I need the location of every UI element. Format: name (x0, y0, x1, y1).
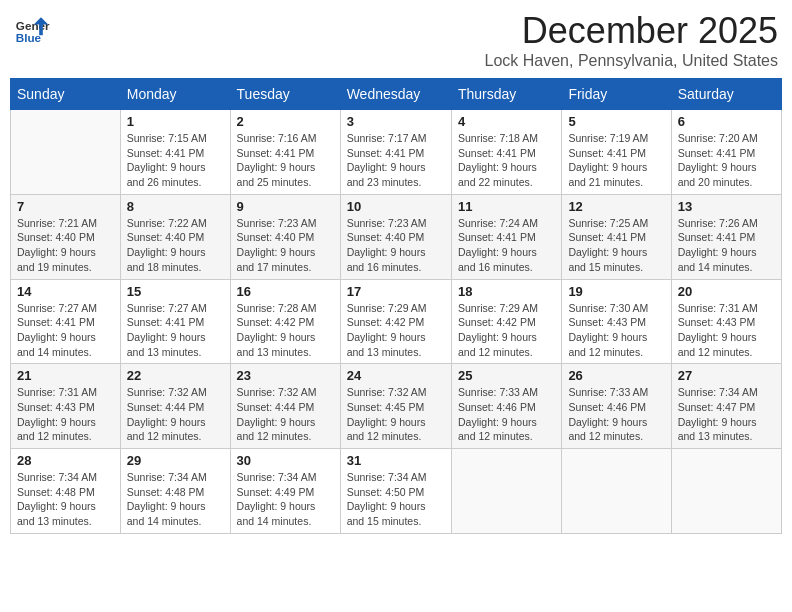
col-tuesday: Tuesday (230, 79, 340, 110)
cell-info: Sunrise: 7:22 AM Sunset: 4:40 PM Dayligh… (127, 216, 224, 275)
col-sunday: Sunday (11, 79, 121, 110)
cell-date: 27 (678, 368, 775, 383)
cell-info: Sunrise: 7:16 AM Sunset: 4:41 PM Dayligh… (237, 131, 334, 190)
cell-info: Sunrise: 7:32 AM Sunset: 4:44 PM Dayligh… (127, 385, 224, 444)
cell-info: Sunrise: 7:32 AM Sunset: 4:44 PM Dayligh… (237, 385, 334, 444)
cell-info: Sunrise: 7:34 AM Sunset: 4:50 PM Dayligh… (347, 470, 445, 529)
calendar-cell: 18 Sunrise: 7:29 AM Sunset: 4:42 PM Dayl… (452, 279, 562, 364)
cell-date: 28 (17, 453, 114, 468)
svg-text:Blue: Blue (16, 31, 42, 44)
calendar-cell: 14 Sunrise: 7:27 AM Sunset: 4:41 PM Dayl… (11, 279, 121, 364)
cell-info: Sunrise: 7:30 AM Sunset: 4:43 PM Dayligh… (568, 301, 664, 360)
cell-info: Sunrise: 7:21 AM Sunset: 4:40 PM Dayligh… (17, 216, 114, 275)
cell-date: 1 (127, 114, 224, 129)
calendar-cell: 25 Sunrise: 7:33 AM Sunset: 4:46 PM Dayl… (452, 364, 562, 449)
cell-info: Sunrise: 7:29 AM Sunset: 4:42 PM Dayligh… (347, 301, 445, 360)
cell-date: 4 (458, 114, 555, 129)
cell-date: 12 (568, 199, 664, 214)
cell-info: Sunrise: 7:34 AM Sunset: 4:48 PM Dayligh… (127, 470, 224, 529)
col-friday: Friday (562, 79, 671, 110)
cell-date: 29 (127, 453, 224, 468)
cell-date: 7 (17, 199, 114, 214)
col-monday: Monday (120, 79, 230, 110)
cell-info: Sunrise: 7:29 AM Sunset: 4:42 PM Dayligh… (458, 301, 555, 360)
cell-info: Sunrise: 7:33 AM Sunset: 4:46 PM Dayligh… (568, 385, 664, 444)
calendar-cell: 23 Sunrise: 7:32 AM Sunset: 4:44 PM Dayl… (230, 364, 340, 449)
cell-date: 22 (127, 368, 224, 383)
svg-text:General: General (16, 19, 50, 32)
title-block: December 2025 Lock Haven, Pennsylvania, … (485, 10, 779, 70)
calendar-cell: 30 Sunrise: 7:34 AM Sunset: 4:49 PM Dayl… (230, 449, 340, 534)
cell-date: 9 (237, 199, 334, 214)
calendar-cell (671, 449, 781, 534)
col-saturday: Saturday (671, 79, 781, 110)
calendar-cell: 17 Sunrise: 7:29 AM Sunset: 4:42 PM Dayl… (340, 279, 451, 364)
calendar-cell (452, 449, 562, 534)
cell-date: 20 (678, 284, 775, 299)
calendar-week-row: 28 Sunrise: 7:34 AM Sunset: 4:48 PM Dayl… (11, 449, 782, 534)
cell-date: 17 (347, 284, 445, 299)
cell-date: 11 (458, 199, 555, 214)
calendar-cell (11, 110, 121, 195)
cell-info: Sunrise: 7:24 AM Sunset: 4:41 PM Dayligh… (458, 216, 555, 275)
col-wednesday: Wednesday (340, 79, 451, 110)
cell-info: Sunrise: 7:34 AM Sunset: 4:49 PM Dayligh… (237, 470, 334, 529)
cell-info: Sunrise: 7:31 AM Sunset: 4:43 PM Dayligh… (678, 301, 775, 360)
cell-info: Sunrise: 7:32 AM Sunset: 4:45 PM Dayligh… (347, 385, 445, 444)
cell-info: Sunrise: 7:31 AM Sunset: 4:43 PM Dayligh… (17, 385, 114, 444)
calendar-cell: 28 Sunrise: 7:34 AM Sunset: 4:48 PM Dayl… (11, 449, 121, 534)
calendar-cell: 26 Sunrise: 7:33 AM Sunset: 4:46 PM Dayl… (562, 364, 671, 449)
calendar-cell: 31 Sunrise: 7:34 AM Sunset: 4:50 PM Dayl… (340, 449, 451, 534)
cell-date: 19 (568, 284, 664, 299)
calendar-cell: 12 Sunrise: 7:25 AM Sunset: 4:41 PM Dayl… (562, 194, 671, 279)
logo-icon: General Blue (14, 10, 50, 46)
calendar-cell: 21 Sunrise: 7:31 AM Sunset: 4:43 PM Dayl… (11, 364, 121, 449)
calendar-week-row: 7 Sunrise: 7:21 AM Sunset: 4:40 PM Dayli… (11, 194, 782, 279)
calendar-cell: 1 Sunrise: 7:15 AM Sunset: 4:41 PM Dayli… (120, 110, 230, 195)
cell-info: Sunrise: 7:27 AM Sunset: 4:41 PM Dayligh… (17, 301, 114, 360)
calendar-cell: 2 Sunrise: 7:16 AM Sunset: 4:41 PM Dayli… (230, 110, 340, 195)
calendar-cell: 10 Sunrise: 7:23 AM Sunset: 4:40 PM Dayl… (340, 194, 451, 279)
cell-info: Sunrise: 7:18 AM Sunset: 4:41 PM Dayligh… (458, 131, 555, 190)
calendar-cell: 4 Sunrise: 7:18 AM Sunset: 4:41 PM Dayli… (452, 110, 562, 195)
cell-date: 6 (678, 114, 775, 129)
calendar-table: Sunday Monday Tuesday Wednesday Thursday… (10, 78, 782, 534)
cell-date: 16 (237, 284, 334, 299)
cell-date: 14 (17, 284, 114, 299)
calendar-cell: 11 Sunrise: 7:24 AM Sunset: 4:41 PM Dayl… (452, 194, 562, 279)
calendar-week-row: 14 Sunrise: 7:27 AM Sunset: 4:41 PM Dayl… (11, 279, 782, 364)
cell-info: Sunrise: 7:27 AM Sunset: 4:41 PM Dayligh… (127, 301, 224, 360)
cell-info: Sunrise: 7:15 AM Sunset: 4:41 PM Dayligh… (127, 131, 224, 190)
cell-date: 24 (347, 368, 445, 383)
cell-date: 25 (458, 368, 555, 383)
calendar-week-row: 1 Sunrise: 7:15 AM Sunset: 4:41 PM Dayli… (11, 110, 782, 195)
cell-date: 31 (347, 453, 445, 468)
cell-date: 15 (127, 284, 224, 299)
cell-info: Sunrise: 7:34 AM Sunset: 4:47 PM Dayligh… (678, 385, 775, 444)
cell-date: 21 (17, 368, 114, 383)
cell-date: 18 (458, 284, 555, 299)
cell-date: 3 (347, 114, 445, 129)
calendar-cell: 24 Sunrise: 7:32 AM Sunset: 4:45 PM Dayl… (340, 364, 451, 449)
cell-info: Sunrise: 7:23 AM Sunset: 4:40 PM Dayligh… (347, 216, 445, 275)
calendar-cell: 19 Sunrise: 7:30 AM Sunset: 4:43 PM Dayl… (562, 279, 671, 364)
calendar-cell: 27 Sunrise: 7:34 AM Sunset: 4:47 PM Dayl… (671, 364, 781, 449)
cell-date: 23 (237, 368, 334, 383)
cell-info: Sunrise: 7:23 AM Sunset: 4:40 PM Dayligh… (237, 216, 334, 275)
cell-info: Sunrise: 7:33 AM Sunset: 4:46 PM Dayligh… (458, 385, 555, 444)
calendar-cell: 16 Sunrise: 7:28 AM Sunset: 4:42 PM Dayl… (230, 279, 340, 364)
calendar-cell: 20 Sunrise: 7:31 AM Sunset: 4:43 PM Dayl… (671, 279, 781, 364)
calendar-cell: 29 Sunrise: 7:34 AM Sunset: 4:48 PM Dayl… (120, 449, 230, 534)
calendar-week-row: 21 Sunrise: 7:31 AM Sunset: 4:43 PM Dayl… (11, 364, 782, 449)
cell-info: Sunrise: 7:17 AM Sunset: 4:41 PM Dayligh… (347, 131, 445, 190)
month-title: December 2025 (485, 10, 779, 52)
calendar-header-row: Sunday Monday Tuesday Wednesday Thursday… (11, 79, 782, 110)
cell-info: Sunrise: 7:28 AM Sunset: 4:42 PM Dayligh… (237, 301, 334, 360)
page-header: General Blue December 2025 Lock Haven, P… (10, 10, 782, 70)
cell-date: 2 (237, 114, 334, 129)
logo: General Blue (14, 10, 54, 46)
calendar-cell: 3 Sunrise: 7:17 AM Sunset: 4:41 PM Dayli… (340, 110, 451, 195)
cell-date: 10 (347, 199, 445, 214)
cell-info: Sunrise: 7:34 AM Sunset: 4:48 PM Dayligh… (17, 470, 114, 529)
calendar-cell: 15 Sunrise: 7:27 AM Sunset: 4:41 PM Dayl… (120, 279, 230, 364)
